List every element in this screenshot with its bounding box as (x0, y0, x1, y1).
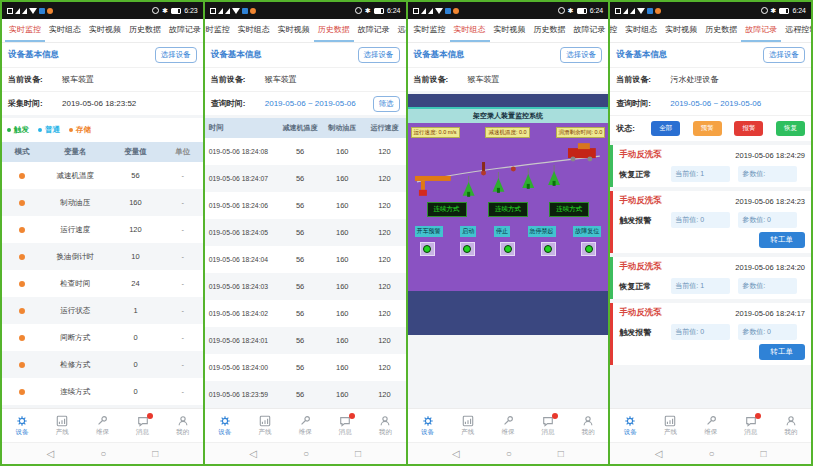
row-pressure: 160 (321, 336, 363, 345)
tab[interactable]: 故障记录 (570, 19, 609, 42)
lamp-button[interactable] (581, 242, 596, 256)
back-button[interactable]: ◁ (249, 448, 257, 459)
tab[interactable]: 实时组态 (234, 19, 274, 42)
tab[interactable]: 实时视频 (274, 19, 314, 42)
query-time-value[interactable]: 2019-05-06 ~ 2019-05-06 (265, 99, 356, 108)
home-button[interactable]: ○ (100, 448, 106, 459)
mode-button[interactable]: 连续方式 (427, 202, 467, 217)
status-bar: ✱ 6:24 (610, 2, 811, 19)
tab[interactable]: 远程控制 (781, 19, 811, 42)
tab[interactable]: 实时视频 (661, 19, 701, 42)
tab[interactable]: 实时组态 (45, 19, 85, 42)
nav-item[interactable]: 设备 (2, 415, 42, 437)
tab[interactable]: 故障记录 (741, 19, 781, 42)
home-button[interactable]: ○ (708, 448, 714, 459)
home-button[interactable]: ○ (303, 448, 309, 459)
table-row: 减速机温度 56 - (2, 162, 203, 189)
tab[interactable]: 历史数据 (530, 19, 570, 42)
back-button[interactable]: ◁ (452, 448, 460, 459)
param-value: 参数值: 0 (738, 324, 797, 340)
table-row: 检查时间 24 - (2, 270, 203, 297)
mode-button[interactable]: 连续方式 (549, 202, 589, 217)
nav-item[interactable]: 消息 (731, 415, 771, 437)
table-row: 019-05-06 18:24:08 56 160 120 (205, 138, 406, 165)
nav-item[interactable]: 消息 (325, 415, 365, 437)
row-time: 019-05-06 18:23:59 (205, 391, 279, 398)
mode-button[interactable]: 连续方式 (488, 202, 528, 217)
nav-item[interactable]: 维保 (285, 415, 325, 437)
lamp-button[interactable] (500, 242, 515, 256)
status-filter-button[interactable]: 恢复 (776, 121, 805, 136)
status-left-icons (615, 8, 661, 14)
legend-dot-icon (69, 128, 73, 132)
row-temp: 56 (279, 255, 321, 264)
filter-button[interactable]: 筛选 (373, 96, 400, 112)
nav-item[interactable]: 产线 (245, 415, 285, 437)
table-row: 019-05-06 18:24:05 56 160 120 (205, 219, 406, 246)
tab[interactable]: 实时监控 (205, 19, 234, 42)
query-time-value[interactable]: 2019-05-06 ~ 2019-05-06 (670, 99, 761, 108)
select-device-button[interactable]: 选择设备 (560, 47, 602, 63)
row-time: 019-05-06 18:24:06 (205, 202, 279, 209)
nav-item[interactable]: 消息 (122, 415, 162, 437)
nav-label: 产线 (664, 428, 677, 437)
to-work-order-button[interactable]: 转工单 (759, 344, 806, 360)
nav-item[interactable]: 产线 (448, 415, 488, 437)
nav-item[interactable]: 产线 (650, 415, 690, 437)
variable-name: 制动油压 (42, 198, 108, 208)
current-value: 当前值: 0 (671, 212, 730, 228)
select-device-button[interactable]: 选择设备 (763, 47, 805, 63)
status-filter-button[interactable]: 全部 (651, 121, 680, 136)
app-notification-icon (250, 8, 256, 14)
app-notification-icon (445, 8, 451, 14)
tab[interactable]: 实时监控 (410, 19, 450, 42)
back-button[interactable]: ◁ (46, 448, 54, 459)
recents-button[interactable]: □ (152, 448, 158, 459)
nav-item[interactable]: 我的 (771, 415, 811, 437)
nav-item[interactable]: 我的 (568, 415, 608, 437)
recents-button[interactable]: □ (558, 448, 564, 459)
nav-item[interactable]: 我的 (163, 415, 203, 437)
tab[interactable]: 历史数据 (701, 19, 741, 42)
tab[interactable]: 实时组态 (621, 19, 661, 42)
nav-item[interactable]: 设备 (610, 415, 650, 437)
tab[interactable]: 实时视频 (490, 19, 530, 42)
nav-item[interactable]: 消息 (528, 415, 568, 437)
nav-item[interactable]: 设备 (205, 415, 245, 437)
tab[interactable]: 故障记录 (354, 19, 394, 42)
scada-lamp-buttons (420, 242, 597, 256)
tab[interactable]: 实时监控 (5, 19, 45, 42)
row-speed: 120 (363, 174, 405, 183)
back-button[interactable]: ◁ (655, 448, 663, 459)
tab[interactable]: 历史数据 (125, 19, 165, 42)
nav-label: 我的 (379, 428, 392, 437)
home-button[interactable]: ○ (506, 448, 512, 459)
status-filter-button[interactable]: 预警 (693, 121, 722, 136)
tab[interactable]: 远程控制 (394, 19, 406, 42)
nav-item[interactable]: 维保 (82, 415, 122, 437)
lamp-button[interactable] (460, 242, 475, 256)
recents-button[interactable]: □ (355, 448, 361, 459)
tab[interactable]: 实时视频 (85, 19, 125, 42)
status-filter-button[interactable]: 报警 (734, 121, 763, 136)
tab[interactable]: 实时监控 (610, 19, 621, 42)
recents-button[interactable]: □ (760, 448, 766, 459)
lamp-button[interactable] (420, 242, 435, 256)
nav-item[interactable]: 产线 (42, 415, 82, 437)
tab[interactable]: 实时组态 (450, 19, 490, 42)
table-row: 连续方式 0 - (2, 378, 203, 405)
select-device-button[interactable]: 选择设备 (358, 47, 400, 63)
nav-item[interactable]: 我的 (365, 415, 405, 437)
nav-item[interactable]: 维保 (488, 415, 528, 437)
select-device-button[interactable]: 选择设备 (155, 47, 197, 63)
row-speed: 120 (363, 336, 405, 345)
nav-item[interactable]: 设备 (408, 415, 448, 437)
to-work-order-button[interactable]: 转工单 (759, 232, 806, 248)
variable-name: 换油倒计时 (42, 252, 108, 262)
table-row: 换油倒计时 10 - (2, 243, 203, 270)
tab[interactable]: 历史数据 (314, 19, 354, 42)
lamp-button[interactable] (541, 242, 556, 256)
tab[interactable]: 故障记录 (165, 19, 203, 42)
bluetooth-icon: ✱ (771, 7, 777, 15)
nav-item[interactable]: 维保 (691, 415, 731, 437)
